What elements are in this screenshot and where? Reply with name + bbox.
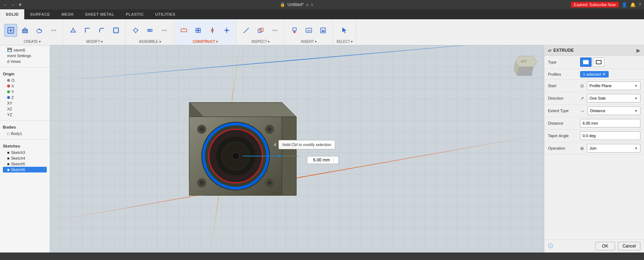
joint-btn[interactable] — [129, 24, 142, 37]
svg-point-58 — [199, 180, 204, 185]
toolbar-buttons: CREATE ▾ MODIFY ▾ — [0, 19, 644, 45]
inspect-label[interactable]: INSPECT ▾ — [252, 40, 270, 44]
toolbar: SOLID SURFACE MESH SHEET METAL PLASTIC U… — [0, 9, 644, 45]
type-label: Type — [548, 60, 580, 64]
operation-dropdown[interactable]: Join ▼ — [587, 144, 640, 152]
sidebar-saved[interactable]: 💾 saved) — [3, 47, 47, 53]
profile-count: 1 selected — [583, 72, 601, 76]
sidebar-origin-xz[interactable]: XZ — [3, 106, 47, 112]
midplane-btn[interactable] — [192, 24, 205, 37]
as-built-joint-btn[interactable] — [144, 24, 156, 37]
canvas-btn[interactable] — [317, 24, 329, 37]
nav-cube[interactable]: LFT — [512, 49, 540, 78]
svg-point-6 — [39, 29, 40, 30]
sidebar-settings[interactable]: ment Settings — [3, 53, 47, 59]
tab-utilities[interactable]: UTILITIES — [150, 9, 181, 19]
close-icon[interactable]: × — [306, 2, 309, 8]
tab-solid[interactable]: SOLID — [0, 9, 24, 19]
tab-plastic[interactable]: PLASTIC — [120, 9, 150, 19]
inspect-more-btn[interactable] — [268, 24, 281, 37]
profiles-badge[interactable]: 1 selected ✕ — [580, 71, 609, 78]
history-icon[interactable]: ▼ — [18, 2, 22, 8]
sidebar-origin-o[interactable]: O — [3, 78, 47, 83]
svg-marker-48 — [342, 28, 347, 33]
operation-icon: ⊕ — [580, 146, 584, 151]
extent-type-value: Distance — [590, 109, 605, 113]
cancel-button[interactable]: Cancel — [618, 242, 640, 250]
sidebar-origin-y[interactable]: Y — [3, 89, 47, 95]
svg-point-60 — [267, 180, 272, 185]
add-tab-icon[interactable]: + — [311, 2, 313, 8]
select-label[interactable]: SELECT ▾ — [336, 40, 353, 44]
select-btn[interactable] — [338, 24, 351, 37]
type-surface-btn[interactable] — [593, 58, 604, 67]
sidebar-sketch4[interactable]: ■ Sketch4 — [3, 155, 47, 161]
sidebar-origin-xy[interactable]: XY — [3, 100, 47, 106]
press-pull-btn[interactable] — [67, 24, 80, 37]
tab-surface[interactable]: SURFACE — [24, 9, 56, 19]
sidebar-sketch5[interactable]: ■ Sketch5 — [3, 161, 47, 167]
notification-icon[interactable]: 🔔 — [630, 2, 636, 8]
sidebar-views[interactable]: d Views — [3, 59, 47, 64]
distance-options-icon[interactable]: ⋮ — [331, 158, 336, 162]
subscribe-button[interactable]: Expired: Subscribe Now — [571, 2, 618, 8]
taper-field[interactable] — [580, 131, 640, 140]
start-dropdown[interactable]: Profile Plane ▼ — [587, 81, 640, 90]
assemble-more-btn[interactable] — [158, 24, 171, 37]
svg-point-20 — [162, 30, 163, 31]
info-icon[interactable]: ⓘ — [548, 243, 553, 249]
create-more-btn[interactable] — [47, 24, 60, 37]
sidebar-sketch3[interactable]: ■ Sketch3 — [3, 150, 47, 155]
svg-point-41 — [272, 30, 274, 31]
point-btn[interactable] — [220, 24, 233, 37]
revolve-btn[interactable] — [33, 24, 46, 37]
insert-derive-btn[interactable] — [288, 24, 301, 37]
axis-btn[interactable] — [206, 24, 219, 37]
back-icon[interactable]: ← — [3, 2, 7, 8]
sidebar-origin-yz[interactable]: YZ — [3, 112, 47, 118]
type-row: Type — [544, 56, 644, 69]
sidebar-origin-x[interactable]: X — [3, 83, 47, 89]
decal-btn[interactable] — [302, 24, 315, 37]
sidebar-body1[interactable]: □ Body1 — [3, 131, 47, 136]
measure-btn[interactable] — [240, 24, 253, 37]
construct-label[interactable]: CONSTRUCT ▾ — [193, 40, 218, 44]
distance-input-badge[interactable]: ⋮ — [307, 156, 339, 164]
extrude-btn[interactable] — [19, 24, 31, 37]
construct-group: CONSTRUCT ▾ — [175, 19, 236, 45]
extent-type-dropdown[interactable]: Distance ▼ — [588, 106, 640, 115]
operation-dropdown-arrow: ▼ — [634, 146, 638, 150]
interference-btn[interactable] — [254, 24, 267, 37]
create-label[interactable]: CREATE ▾ — [24, 40, 41, 44]
bodies-section: Bodies □ Body1 — [0, 122, 50, 138]
tab-sheet-metal[interactable]: SHEET METAL — [79, 9, 120, 19]
panel-expand-icon[interactable]: ▶ — [637, 48, 640, 53]
insert-label[interactable]: INSERT ▾ — [301, 40, 317, 44]
offset-plane-btn[interactable] — [177, 24, 190, 37]
fillet-btn[interactable] — [81, 24, 94, 37]
operation-row: Operation ⊕ Join ▼ — [544, 142, 644, 155]
forward-icon[interactable]: → — [10, 2, 15, 8]
tab-mesh[interactable]: MESH — [56, 9, 79, 19]
type-solid-btn[interactable] — [580, 58, 592, 67]
distance-field[interactable] — [580, 119, 640, 128]
assemble-label[interactable]: ASSEMBLE ▾ — [139, 40, 161, 44]
svg-rect-78 — [596, 60, 601, 64]
clear-profiles-icon[interactable]: ✕ — [602, 72, 606, 77]
shell-btn[interactable] — [110, 24, 122, 37]
distance-input[interactable] — [310, 158, 330, 162]
svg-marker-52 — [282, 117, 296, 195]
modify-label[interactable]: MODIFY ▾ — [86, 40, 103, 44]
direction-dropdown[interactable]: One Side ▼ — [587, 94, 640, 102]
new-component-btn[interactable] — [4, 24, 17, 37]
sketch5-icon: ■ — [7, 162, 10, 166]
viewport[interactable]: Hold Ctrl to modify selection ⋮ LFT — [50, 45, 544, 252]
sidebar-origin-z[interactable]: Z — [3, 95, 47, 100]
chamfer-btn[interactable] — [95, 24, 108, 37]
user-icon[interactable]: 👤 — [622, 2, 627, 8]
sidebar-sketch6[interactable]: ■ Sketch6 — [3, 167, 47, 172]
ok-button[interactable]: OK — [595, 242, 615, 250]
help-icon[interactable]: ? — [639, 2, 641, 8]
profiles-control: 1 selected ✕ — [580, 71, 640, 78]
start-dropdown-arrow: ▼ — [634, 84, 638, 88]
